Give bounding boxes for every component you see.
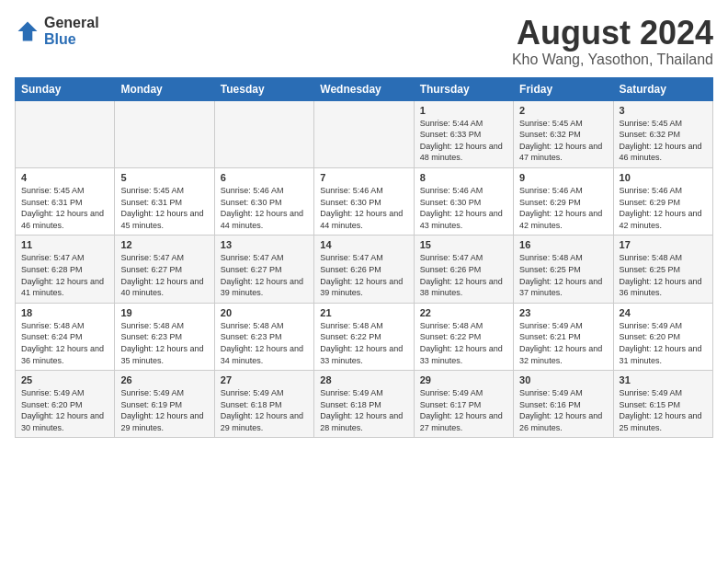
day-number: 23 — [519, 307, 607, 318]
title-block: August 2024 Kho Wang, Yasothon, Thailand — [512, 15, 713, 68]
day-cell: 1Sunrise: 5:44 AM Sunset: 6:33 PM Daylig… — [414, 100, 513, 167]
day-number: 3 — [620, 105, 707, 116]
day-number: 16 — [519, 239, 607, 250]
header-cell-saturday: Saturday — [613, 77, 712, 100]
day-cell: 23Sunrise: 5:49 AM Sunset: 6:21 PM Dayli… — [514, 303, 613, 370]
day-cell: 15Sunrise: 5:47 AM Sunset: 6:26 PM Dayli… — [414, 236, 513, 303]
day-cell: 7Sunrise: 5:46 AM Sunset: 6:30 PM Daylig… — [314, 167, 414, 235]
logo-general-text: General — [44, 15, 99, 31]
day-content: Sunrise: 5:48 AM Sunset: 6:25 PM Dayligh… — [519, 252, 607, 298]
week-row-4: 18Sunrise: 5:48 AM Sunset: 6:24 PM Dayli… — [16, 303, 713, 370]
day-number: 7 — [320, 172, 407, 183]
day-number: 12 — [120, 239, 208, 250]
day-cell — [314, 100, 414, 167]
day-number: 6 — [221, 172, 308, 183]
day-number: 11 — [21, 239, 108, 250]
day-content: Sunrise: 5:48 AM Sunset: 6:23 PM Dayligh… — [120, 320, 208, 366]
day-content: Sunrise: 5:49 AM Sunset: 6:18 PM Dayligh… — [221, 387, 308, 433]
day-content: Sunrise: 5:47 AM Sunset: 6:28 PM Dayligh… — [21, 252, 108, 298]
day-cell: 30Sunrise: 5:49 AM Sunset: 6:16 PM Dayli… — [514, 371, 613, 438]
calendar-subtitle: Kho Wang, Yasothon, Thailand — [512, 52, 713, 68]
day-cell — [214, 100, 313, 167]
day-cell: 25Sunrise: 5:49 AM Sunset: 6:20 PM Dayli… — [16, 371, 115, 438]
day-number: 25 — [21, 374, 108, 385]
day-content: Sunrise: 5:45 AM Sunset: 6:31 PM Dayligh… — [21, 185, 108, 231]
calendar-header: SundayMondayTuesdayWednesdayThursdayFrid… — [16, 77, 713, 100]
day-cell: 22Sunrise: 5:48 AM Sunset: 6:22 PM Dayli… — [414, 303, 513, 370]
week-row-2: 4Sunrise: 5:45 AM Sunset: 6:31 PM Daylig… — [16, 167, 713, 235]
day-cell: 8Sunrise: 5:46 AM Sunset: 6:30 PM Daylig… — [414, 167, 513, 235]
day-number: 5 — [120, 172, 208, 183]
day-cell: 2Sunrise: 5:45 AM Sunset: 6:32 PM Daylig… — [514, 100, 613, 167]
day-number: 27 — [221, 374, 308, 385]
day-content: Sunrise: 5:46 AM Sunset: 6:29 PM Dayligh… — [620, 185, 707, 231]
day-cell: 9Sunrise: 5:46 AM Sunset: 6:29 PM Daylig… — [514, 167, 613, 235]
day-content: Sunrise: 5:45 AM Sunset: 6:31 PM Dayligh… — [120, 185, 208, 231]
day-number: 15 — [420, 239, 507, 250]
day-number: 19 — [120, 307, 208, 318]
calendar-table: SundayMondayTuesdayWednesdayThursdayFrid… — [15, 77, 713, 439]
day-content: Sunrise: 5:49 AM Sunset: 6:17 PM Dayligh… — [420, 387, 507, 433]
day-cell: 29Sunrise: 5:49 AM Sunset: 6:17 PM Dayli… — [414, 371, 513, 438]
day-cell: 18Sunrise: 5:48 AM Sunset: 6:24 PM Dayli… — [16, 303, 115, 370]
header-cell-wednesday: Wednesday — [314, 77, 414, 100]
day-number: 18 — [21, 307, 108, 318]
header-cell-monday: Monday — [115, 77, 214, 100]
header-row: SundayMondayTuesdayWednesdayThursdayFrid… — [16, 77, 713, 100]
day-content: Sunrise: 5:47 AM Sunset: 6:26 PM Dayligh… — [420, 252, 507, 298]
calendar-body: 1Sunrise: 5:44 AM Sunset: 6:33 PM Daylig… — [16, 100, 713, 438]
day-cell: 31Sunrise: 5:49 AM Sunset: 6:15 PM Dayli… — [613, 371, 712, 438]
day-number: 21 — [320, 307, 407, 318]
day-content: Sunrise: 5:47 AM Sunset: 6:27 PM Dayligh… — [120, 252, 208, 298]
day-cell: 11Sunrise: 5:47 AM Sunset: 6:28 PM Dayli… — [16, 236, 115, 303]
logo-icon — [15, 18, 40, 44]
day-number: 24 — [620, 307, 707, 318]
day-number: 30 — [519, 374, 607, 385]
day-content: Sunrise: 5:49 AM Sunset: 6:21 PM Dayligh… — [519, 320, 607, 366]
header-cell-sunday: Sunday — [16, 77, 115, 100]
day-content: Sunrise: 5:49 AM Sunset: 6:20 PM Dayligh… — [620, 320, 707, 366]
day-content: Sunrise: 5:48 AM Sunset: 6:22 PM Dayligh… — [320, 320, 407, 366]
day-number: 14 — [320, 239, 407, 250]
day-cell — [115, 100, 214, 167]
day-cell: 20Sunrise: 5:48 AM Sunset: 6:23 PM Dayli… — [214, 303, 313, 370]
day-number: 9 — [519, 172, 607, 183]
week-row-3: 11Sunrise: 5:47 AM Sunset: 6:28 PM Dayli… — [16, 236, 713, 303]
day-content: Sunrise: 5:47 AM Sunset: 6:26 PM Dayligh… — [320, 252, 407, 298]
day-content: Sunrise: 5:49 AM Sunset: 6:18 PM Dayligh… — [320, 387, 407, 433]
day-cell: 3Sunrise: 5:45 AM Sunset: 6:32 PM Daylig… — [613, 100, 712, 167]
day-content: Sunrise: 5:46 AM Sunset: 6:30 PM Dayligh… — [420, 185, 507, 231]
header-cell-friday: Friday — [514, 77, 613, 100]
day-content: Sunrise: 5:48 AM Sunset: 6:25 PM Dayligh… — [620, 252, 707, 298]
day-content: Sunrise: 5:46 AM Sunset: 6:29 PM Dayligh… — [519, 185, 607, 231]
week-row-5: 25Sunrise: 5:49 AM Sunset: 6:20 PM Dayli… — [16, 371, 713, 438]
day-content: Sunrise: 5:48 AM Sunset: 6:22 PM Dayligh… — [420, 320, 507, 366]
day-content: Sunrise: 5:48 AM Sunset: 6:23 PM Dayligh… — [221, 320, 308, 366]
day-number: 22 — [420, 307, 507, 318]
day-content: Sunrise: 5:48 AM Sunset: 6:24 PM Dayligh… — [21, 320, 108, 366]
day-number: 4 — [21, 172, 108, 183]
day-cell: 24Sunrise: 5:49 AM Sunset: 6:20 PM Dayli… — [613, 303, 712, 370]
logo-blue-text: Blue — [44, 31, 99, 48]
day-cell — [16, 100, 115, 167]
day-cell: 16Sunrise: 5:48 AM Sunset: 6:25 PM Dayli… — [514, 236, 613, 303]
day-number: 28 — [320, 374, 407, 385]
day-cell: 13Sunrise: 5:47 AM Sunset: 6:27 PM Dayli… — [214, 236, 313, 303]
week-row-1: 1Sunrise: 5:44 AM Sunset: 6:33 PM Daylig… — [16, 100, 713, 167]
day-cell: 12Sunrise: 5:47 AM Sunset: 6:27 PM Dayli… — [115, 236, 214, 303]
day-content: Sunrise: 5:46 AM Sunset: 6:30 PM Dayligh… — [320, 185, 407, 231]
day-content: Sunrise: 5:49 AM Sunset: 6:19 PM Dayligh… — [120, 387, 208, 433]
day-cell: 6Sunrise: 5:46 AM Sunset: 6:30 PM Daylig… — [214, 167, 313, 235]
day-number: 29 — [420, 374, 507, 385]
svg-marker-0 — [18, 21, 38, 40]
day-cell: 27Sunrise: 5:49 AM Sunset: 6:18 PM Dayli… — [214, 371, 313, 438]
day-cell: 19Sunrise: 5:48 AM Sunset: 6:23 PM Dayli… — [115, 303, 214, 370]
day-cell: 21Sunrise: 5:48 AM Sunset: 6:22 PM Dayli… — [314, 303, 414, 370]
day-cell: 4Sunrise: 5:45 AM Sunset: 6:31 PM Daylig… — [16, 167, 115, 235]
day-content: Sunrise: 5:49 AM Sunset: 6:16 PM Dayligh… — [519, 387, 607, 433]
day-content: Sunrise: 5:45 AM Sunset: 6:32 PM Dayligh… — [620, 118, 707, 164]
day-number: 1 — [420, 105, 507, 116]
day-cell: 17Sunrise: 5:48 AM Sunset: 6:25 PM Dayli… — [613, 236, 712, 303]
day-number: 8 — [420, 172, 507, 183]
day-number: 17 — [620, 239, 707, 250]
